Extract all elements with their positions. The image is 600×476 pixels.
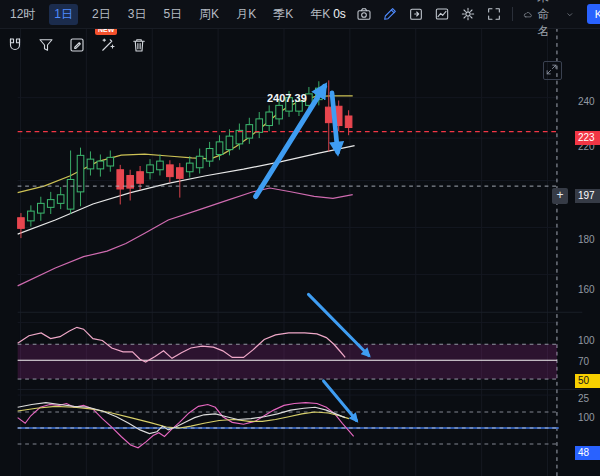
chevron-down-icon — [565, 7, 575, 22]
kdj-line-J — [18, 403, 354, 448]
tab-1d[interactable]: 1日 — [49, 4, 78, 25]
funnel-icon[interactable] — [37, 36, 55, 54]
tab-12h[interactable]: 12时 — [7, 4, 38, 25]
countdown-timer: 0s — [333, 7, 346, 21]
drawing-toolbar: NEW — [6, 36, 148, 54]
kdj-level-badge: 48 — [575, 446, 600, 460]
pencil-icon[interactable] — [382, 6, 398, 22]
trading-app-window: 12时 1日 2日 3日 5日 周K 月K 季K 年K 0s — [0, 0, 600, 476]
axis-tick-label: 70 — [578, 356, 600, 368]
current-price-badge: 223 — [575, 131, 600, 145]
cloud-icon — [523, 7, 533, 22]
crosshair-price-badge: 197 — [575, 189, 600, 203]
tab-2d[interactable]: 2日 — [89, 4, 114, 25]
tab-month[interactable]: 月K — [233, 4, 259, 25]
document-name: 未命名 — [537, 0, 560, 40]
notes-icon[interactable] — [68, 36, 86, 54]
axis-tick-label: 160 — [578, 284, 600, 296]
rsi-level-badge: 50 — [575, 374, 600, 388]
tab-3d[interactable]: 3日 — [125, 4, 150, 25]
tab-quarter[interactable]: 季K — [270, 4, 296, 25]
add-alert-plus-button[interactable]: + — [552, 188, 568, 204]
axis-tick-label: 25 — [578, 393, 600, 405]
toolbar-divider — [512, 7, 513, 21]
timeframe-tabs: 12时 1日 2日 3日 5日 周K 月K 季K 年K — [0, 4, 333, 25]
axis-tick-label: 100 — [578, 412, 600, 424]
expand-pane-icon[interactable] — [543, 61, 562, 80]
toolbar-right-group: 0s 未命名 K线 — [333, 0, 600, 40]
kdj-line-D — [18, 406, 349, 428]
drawn-arrow — [332, 93, 338, 152]
tab-week[interactable]: 周K — [196, 4, 222, 25]
tab-5d[interactable]: 5日 — [160, 4, 185, 25]
kline-analysis-button[interactable]: K线分析 — [587, 4, 600, 24]
rsi-band — [18, 344, 557, 379]
axis-tick-label: 240 — [578, 96, 600, 108]
new-window-icon[interactable] — [408, 6, 424, 22]
tab-year[interactable]: 年K — [307, 4, 333, 25]
camera-icon[interactable] — [356, 6, 372, 22]
top-toolbar: 12时 1日 2日 3日 5日 周K 月K 季K 年K 0s — [0, 0, 600, 29]
axis-tick-label: 100 — [578, 335, 600, 347]
drawn-arrow — [324, 381, 357, 421]
trash-icon[interactable] — [130, 36, 148, 54]
axis-tick-label: 180 — [578, 234, 600, 246]
chart-image-icon[interactable] — [434, 6, 450, 22]
document-name-menu[interactable]: 未命名 — [523, 0, 575, 40]
magnet-icon[interactable] — [6, 36, 24, 54]
gear-icon[interactable] — [460, 6, 476, 22]
magic-wand-icon[interactable]: NEW — [99, 36, 117, 54]
fullscreen-icon[interactable] — [486, 6, 502, 22]
price-annotation-label: 2407.39 — [267, 92, 307, 104]
